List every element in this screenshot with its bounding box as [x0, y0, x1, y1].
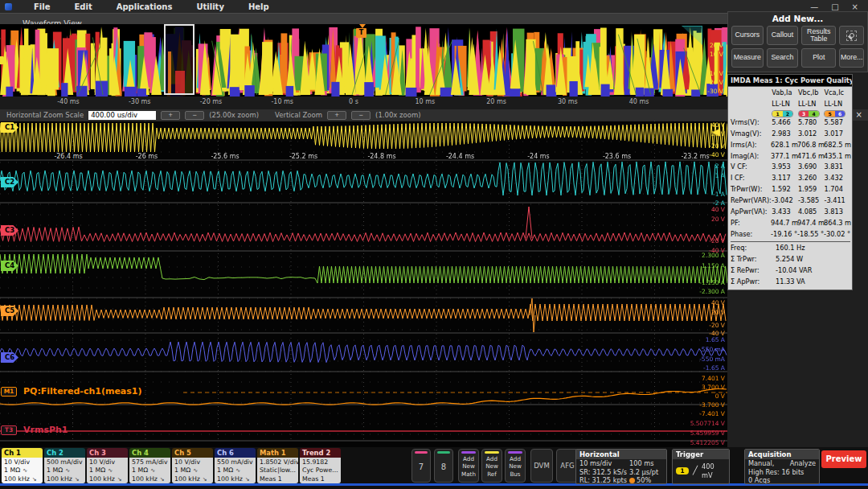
channel-badge-line: 550 mA/div [217, 458, 255, 466]
results-subheader: LL-LN [772, 99, 798, 110]
trigger-panel-title: Trigger [673, 450, 729, 459]
trigger-level: 400 mV [702, 462, 726, 479]
c1-scale-label: 20 V [711, 130, 725, 138]
results-subheader-row: LL-LNLL-LNLL-LN [731, 99, 850, 110]
channel-badge-line-text: 550 mA/div [217, 458, 253, 466]
channel-badge-name: Ch 6 [215, 448, 256, 458]
dvm-button[interactable]: DVM [530, 449, 553, 483]
menu-item-file[interactable]: File [22, 2, 62, 11]
results-column-header: Vbc,Ib [798, 88, 825, 99]
zoom-selection-box[interactable] [164, 24, 194, 95]
h-zoom-scale-input[interactable] [88, 111, 156, 120]
results-value: 3.953 [772, 162, 798, 173]
channel-badge-body: 10 V/div1 MΩ∿100 kHz↘ [172, 458, 213, 483]
main-time-label: -23.2 ms [671, 153, 719, 160]
add-button-label: Add New Bus [506, 454, 525, 478]
results-value: 4.085 [798, 207, 825, 218]
main-time-label: -25.6 ms [201, 153, 249, 160]
channel-settings-badge-ch1[interactable]: Ch 110 V/div1 MΩ∿100 kHz↘ [2, 448, 43, 483]
channel-settings-badge-ch4[interactable]: Ch 4575 mA/div1 MΩ∿100 kHz↘ [129, 448, 170, 483]
channel-settings-badge-ch2[interactable]: Ch 2500 mA/div1 MΩ∿100 kHz↘ [44, 448, 85, 483]
summary-row: Freq:160.1 Hz [731, 243, 850, 254]
more-button[interactable]: More... [839, 48, 864, 68]
c4-scale-label: -2.300 A [699, 288, 725, 295]
channel-7-button[interactable]: 7 [411, 449, 431, 483]
results-value: 3.813 [824, 207, 850, 218]
magnifier-icon [846, 31, 857, 41]
horizontal-panel[interactable]: Horizontal10 ms/div100 msSR: 312.5 kS/s3… [575, 449, 667, 484]
menu-item-utility[interactable]: Utility [184, 2, 235, 11]
add-new-callout-button[interactable]: Callout [767, 26, 799, 45]
results-row: PF:944.7 m947.4 m864.3 m [731, 218, 850, 229]
zoomed-waveform-view[interactable]: ◀ C140 V20 V-20 V-40 VC22 A1 A-1 A-2 AC3… [0, 121, 727, 447]
channel-badge-t3[interactable]: T3 [1, 425, 17, 435]
summary-value: -10.04 VAR [776, 265, 812, 277]
acquisition-row: 0 Acqs [745, 476, 819, 484]
channel-8-button[interactable]: 8 [434, 449, 453, 483]
close-icon[interactable]: × [852, 2, 858, 11]
summary-label: Σ RePwr: [731, 265, 776, 277]
add-new-cursors-button[interactable]: Cursors [731, 26, 764, 45]
c5-scale-label: 20 V [711, 309, 725, 316]
menu-item-help[interactable]: Help [236, 2, 281, 11]
results-row: Irms(A):628.1 m706.8 m682.5 m [731, 140, 850, 151]
channel-settings-badge-math1[interactable]: Math 11.8502 V/divStatic|low...Meas 1 [257, 448, 298, 483]
channel-settings-badge-ch5[interactable]: Ch 510 V/div1 MΩ∿100 kHz↘ [172, 448, 213, 483]
trigger-panel[interactable]: Trigger1╱400 mV [672, 449, 730, 484]
results-value: 1.704 [824, 184, 850, 195]
menu-item-applications[interactable]: Applications [104, 2, 185, 11]
bandwidth-icon: ↘ [117, 476, 122, 483]
maximize-icon[interactable]: □ [831, 2, 838, 11]
add-new-measure-button[interactable]: Measure [731, 48, 764, 68]
minimize-icon[interactable]: — [810, 2, 818, 11]
results-summary: Freq:160.1 HzΣ TrPwr:5.254 WΣ RePwr:-10.… [731, 241, 850, 288]
main-time-label: -23.6 ms [593, 153, 641, 160]
h-zoom-minus-button[interactable]: − [185, 111, 204, 120]
results-value: 5.780 [798, 117, 825, 129]
horizontal-value: SR: 312.5 kS/s [579, 468, 629, 477]
results-value: 3.117 [772, 173, 798, 184]
results-row-label: ApPwr(VA): [731, 207, 772, 218]
bandwidth-icon: ↘ [160, 476, 165, 483]
add-new-bus-button[interactable]: Add New Bus [505, 449, 526, 483]
v-zoom-plus-button[interactable]: + [327, 111, 346, 120]
overview-time-label: 30 ms [550, 98, 585, 105]
channel-badge-line: Meas 1 [260, 475, 297, 483]
h-zoom-plus-button[interactable]: + [161, 111, 180, 120]
add-new-ref-button[interactable]: Add New Ref [481, 449, 502, 483]
main-waveform-plot[interactable] [0, 121, 727, 447]
acquisition-panel-header: Acquisition [745, 450, 819, 459]
channel-badge-line: 1 MΩ∿ [132, 466, 170, 475]
trigger-slope-icon: ╱ [693, 466, 698, 475]
zoom-close-icon[interactable]: × [856, 109, 862, 121]
waveform-overview[interactable]: 20 V10 V-10 V-20 V-30 V T [0, 24, 727, 97]
add-button-label: Add New Math [459, 454, 478, 478]
channel-settings-badge-ch3[interactable]: Ch 310 V/div1 MΩ∿100 kHz↘ [87, 448, 128, 483]
results-value: -18.55 ° [797, 229, 824, 240]
v-zoom-minus-button[interactable]: − [351, 111, 371, 120]
preview-button[interactable]: Preview [821, 450, 866, 468]
channel-settings-badge-ch6[interactable]: Ch 6550 mA/div1 MΩ∿100 kHz↘ [215, 448, 256, 483]
imda-results-table[interactable]: IMDA Meas 1: Cyc Power Quality' Vab,IaVb… [727, 74, 853, 290]
c5-spike [530, 298, 535, 332]
results-table-title[interactable]: IMDA Meas 1: Cyc Power Quality' [728, 75, 852, 87]
acquisition-panel[interactable]: AcquisitionManual,AnalyzeHigh Res: 16 bi… [744, 449, 820, 484]
channel-badge-name: Ch 3 [87, 448, 128, 458]
menu-item-edit[interactable]: Edit [62, 2, 104, 11]
results-value: 5.466 [772, 117, 798, 129]
results-row-label: Vmag(V): [731, 129, 772, 140]
add-new-results-table-button[interactable]: Results Table [801, 26, 836, 45]
add-new-math-button[interactable]: Add New Math [458, 449, 479, 483]
trigger-position-marker[interactable]: T [356, 28, 366, 38]
zoom-select-button[interactable] [839, 26, 864, 45]
c5-scale-label: 40 V [711, 299, 725, 306]
overview-scale-label: 20 V [710, 42, 723, 49]
results-row-label: Irms(A): [731, 140, 771, 151]
add-new-plot-button[interactable]: Plot [801, 48, 836, 68]
channel-settings-badge-trend2[interactable]: Trend 215.9182Cyc Powe...Meas 1 [300, 448, 341, 483]
bandwidth-icon: ↘ [245, 476, 250, 483]
add-new-search-button[interactable]: Search [767, 48, 799, 68]
channel-badge-m1[interactable]: M1 [1, 387, 17, 397]
channel-badge-line: 15.9182 [302, 458, 340, 466]
results-sources-row: 123456 [731, 110, 850, 117]
